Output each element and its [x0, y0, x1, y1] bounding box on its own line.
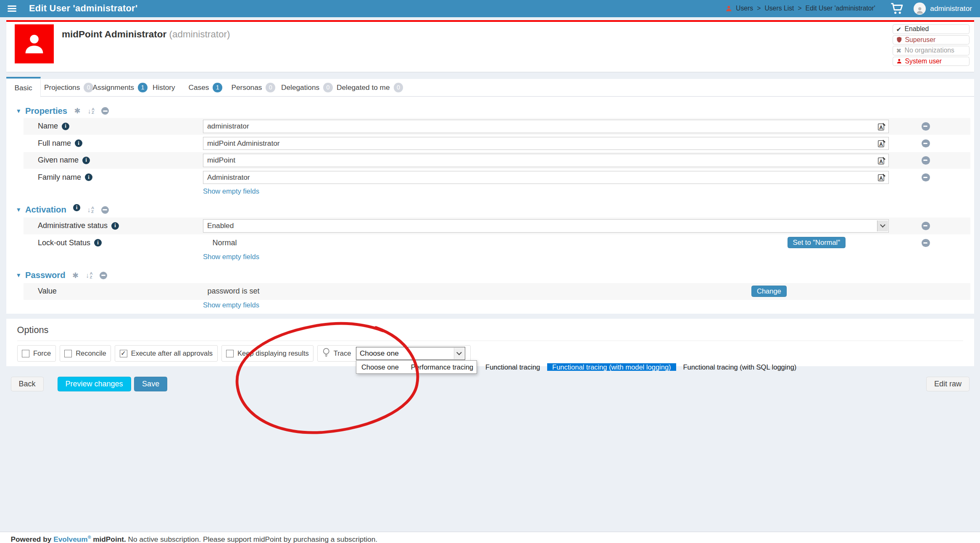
- breadcrumb-current: Edit User 'administrator': [806, 5, 875, 12]
- tab-delegated-to-me[interactable]: Delegated to me0: [337, 79, 403, 97]
- polystring-icon[interactable]: A: [878, 173, 886, 184]
- chevron-down-icon[interactable]: [454, 348, 464, 359]
- logged-in-username[interactable]: administrator: [930, 4, 972, 13]
- remove-value-icon[interactable]: [922, 139, 930, 148]
- chevron-down-icon[interactable]: [877, 220, 888, 232]
- polystring-icon[interactable]: A: [878, 122, 886, 133]
- action-buttons-row: Back Preview changes Save Edit raw: [11, 377, 970, 391]
- info-icon[interactable]: i: [73, 204, 80, 211]
- tab-count-badge: 1: [138, 83, 148, 92]
- password-section-toggle[interactable]: ▼Password: [16, 270, 66, 280]
- checkbox-icon[interactable]: [22, 350, 29, 357]
- asterisk-icon[interactable]: ✱: [74, 106, 81, 115]
- remove-icon[interactable]: [100, 272, 107, 279]
- tab-personas[interactable]: Personas0: [232, 79, 275, 97]
- dropdown-option-2[interactable]: Functional tracing: [480, 363, 545, 371]
- info-icon[interactable]: i: [62, 123, 69, 130]
- chevron-down-icon: ▼: [16, 108, 21, 114]
- user-identifier: (administrator): [169, 29, 230, 39]
- sort-icon[interactable]: ↓AZ: [87, 206, 94, 213]
- field-row-given-name: Given namei midPoint A: [24, 152, 970, 169]
- remove-value-icon[interactable]: [922, 222, 930, 230]
- tab-history[interactable]: History: [153, 79, 175, 97]
- sort-icon[interactable]: ↓AZ: [86, 272, 93, 279]
- summary-badge-3: System user: [893, 57, 969, 66]
- show-empty-fields-link[interactable]: Show empty fields: [203, 301, 259, 310]
- sort-icon[interactable]: ↓AZ: [87, 108, 95, 115]
- registered-mark: ®: [88, 535, 91, 540]
- cart-icon[interactable]: [890, 3, 904, 15]
- dropdown-option-0[interactable]: Choose one: [356, 363, 404, 371]
- full-name-input[interactable]: midPoint Administrator A: [203, 137, 889, 150]
- tab-projections[interactable]: Projections0: [44, 79, 93, 97]
- checkbox-icon[interactable]: [226, 350, 234, 357]
- user-avatar[interactable]: [914, 3, 926, 15]
- family-name-input[interactable]: Administrator A: [203, 171, 889, 184]
- dropdown-option-1[interactable]: Performance tracing: [406, 363, 479, 371]
- dropdown-option-3[interactable]: Functional tracing (with model logging): [547, 363, 676, 371]
- properties-section-header: ▼Properties ✱ ↓AZ: [6, 97, 974, 118]
- option-checkbox-1[interactable]: Reconcile: [60, 345, 111, 362]
- tab-assignments[interactable]: Assignments1: [93, 79, 148, 97]
- edit-raw-button[interactable]: Edit raw: [926, 377, 969, 391]
- trace-select[interactable]: Choose one Choose one Performance tracin…: [356, 347, 465, 360]
- tab-count-badge: 0: [84, 83, 93, 92]
- tab-delegations[interactable]: Delegations0: [281, 79, 333, 97]
- breadcrumb-separator: >: [798, 5, 801, 12]
- page-title: Edit User 'administrator': [29, 3, 137, 14]
- chevron-down-icon: ▼: [16, 272, 21, 278]
- hamburger-menu-icon[interactable]: [8, 5, 16, 12]
- info-icon[interactable]: i: [75, 139, 82, 147]
- remove-value-icon[interactable]: [922, 239, 930, 247]
- name-input[interactable]: administrator A: [203, 120, 889, 133]
- info-icon[interactable]: i: [94, 239, 102, 247]
- show-empty-fields-link[interactable]: Show empty fields: [203, 253, 259, 262]
- set-to-normal-button[interactable]: Set to "Normal": [788, 237, 846, 248]
- properties-section-toggle[interactable]: ▼Properties: [16, 106, 68, 116]
- checkbox-icon[interactable]: [64, 350, 72, 357]
- remove-icon[interactable]: [101, 107, 109, 115]
- trace-label: Trace: [334, 349, 351, 357]
- footer: Powered by Evolveum® midPoint. No active…: [0, 532, 980, 543]
- remove-value-icon[interactable]: [922, 156, 930, 165]
- tab-count-badge: 0: [323, 83, 333, 92]
- info-icon[interactable]: i: [82, 157, 90, 164]
- tab-basic[interactable]: Basic: [6, 77, 41, 97]
- activation-rows: Administrative statusi Enabled Lock-out …: [24, 218, 970, 262]
- check-icon: ✔: [896, 26, 902, 32]
- option-checkbox-2[interactable]: Execute after all approvals: [115, 345, 217, 362]
- tab-cases[interactable]: Cases1: [189, 79, 222, 97]
- x-icon: ✖: [896, 47, 902, 54]
- summary-badge-2: ✖No organizations: [893, 46, 969, 55]
- checkbox-icon[interactable]: [120, 350, 127, 357]
- option-checkbox-0[interactable]: Force: [17, 345, 56, 362]
- user-icon: [725, 5, 732, 12]
- back-button[interactable]: Back: [11, 377, 44, 391]
- option-checkbox-3[interactable]: Keep displaying results: [221, 345, 314, 362]
- info-icon[interactable]: i: [85, 173, 92, 181]
- evolveum-link[interactable]: Evolveum®: [53, 535, 91, 543]
- administrative-status-select[interactable]: Enabled: [203, 219, 889, 233]
- given-name-input[interactable]: midPoint A: [203, 154, 889, 167]
- preview-changes-button[interactable]: Preview changes: [58, 377, 131, 391]
- polystring-icon[interactable]: A: [878, 156, 886, 167]
- info-icon[interactable]: i: [111, 222, 119, 230]
- remove-value-icon[interactable]: [922, 122, 930, 131]
- save-button[interactable]: Save: [134, 377, 167, 391]
- breadcrumb-users-list[interactable]: Users List: [764, 5, 794, 12]
- remove-value-icon[interactable]: [922, 173, 930, 182]
- svg-text:A: A: [879, 176, 883, 181]
- show-empty-fields-link[interactable]: Show empty fields: [203, 187, 259, 196]
- change-password-button[interactable]: Change: [751, 286, 787, 297]
- dropdown-option-4[interactable]: Functional tracing (with SQL logging): [678, 363, 801, 371]
- polystring-icon[interactable]: A: [878, 139, 886, 150]
- asterisk-icon[interactable]: ✱: [72, 271, 79, 280]
- breadcrumb-users[interactable]: Users: [736, 5, 753, 12]
- activation-section-toggle[interactable]: ▼Activation: [16, 205, 66, 215]
- svg-text:A: A: [879, 158, 883, 164]
- properties-rows: Namei administrator A Full namei midPoin…: [24, 118, 970, 196]
- svg-text:A: A: [879, 124, 883, 130]
- field-row-name: Namei administrator A: [24, 118, 970, 135]
- field-label: Given name: [38, 156, 79, 165]
- remove-icon[interactable]: [101, 206, 109, 214]
